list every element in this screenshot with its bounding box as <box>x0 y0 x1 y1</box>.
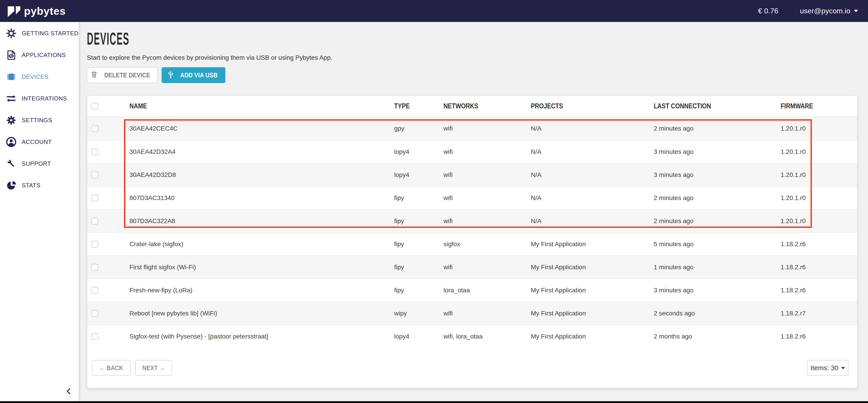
row-checkbox[interactable] <box>91 172 98 178</box>
row-checkbox[interactable] <box>91 149 98 155</box>
device-firmware-cell: 1.18.2.r7 <box>781 310 857 317</box>
toolbar: DELETE DEVICE ADD VIA USB <box>87 67 858 83</box>
swap-arrows-icon <box>5 93 17 104</box>
delete-device-button[interactable]: DELETE DEVICE <box>87 67 157 83</box>
select-all-checkbox[interactable] <box>91 103 98 110</box>
row-checkbox[interactable] <box>91 195 98 202</box>
device-networks-cell: sigfox <box>443 241 531 248</box>
table-row[interactable]: 807D3AC31340 fipy wifi N/A 2 minutes ago… <box>87 186 857 209</box>
table-row[interactable]: 30AEA42D32D8 lopy4 wifi N/A 3 minutes ag… <box>87 163 857 186</box>
table-row[interactable]: Sigfox-test (with Pysense) - [pastoor pe… <box>87 325 857 348</box>
device-type-cell: fipy <box>394 241 443 248</box>
device-last-connection-cell: 2 minutes ago <box>654 194 781 202</box>
column-header-name: NAME <box>129 102 147 110</box>
table-row[interactable]: Crater-lake (sigfox) fipy sigfox My Firs… <box>87 232 857 255</box>
sidebar-item-label: GETTING STARTED <box>22 30 79 37</box>
device-type-cell: fipy <box>394 217 443 225</box>
sidebar-item-account[interactable]: ACCOUNT <box>0 131 79 153</box>
sidebar-item-settings[interactable]: SETTINGS <box>0 109 79 131</box>
device-networks-cell: wifi <box>443 171 531 179</box>
row-checkbox[interactable] <box>91 264 98 271</box>
device-last-connection-cell: 2 seconds ago <box>654 310 781 317</box>
device-type-cell: fipy <box>394 287 443 294</box>
top-bar: pybytes € 0.76 user@pycom.io <box>0 0 868 22</box>
sidebar-item-getting-started[interactable]: GETTING STARTED <box>0 22 79 44</box>
account-balance: € 0.76 <box>758 7 778 15</box>
logo-text: pybytes <box>24 5 66 17</box>
device-firmware-cell: 1.18.2.r6 <box>781 287 857 294</box>
next-button[interactable]: NEXT → <box>135 360 172 376</box>
table-row[interactable]: 807D3AC322A8 fipy wifi N/A 2 minutes ago… <box>87 209 857 232</box>
device-name-cell: 807D3AC322A8 <box>124 217 394 225</box>
table-row[interactable]: First flight sigfox (Wi-Fi) fipy wifi My… <box>87 255 857 279</box>
device-type-cell: lopy4 <box>394 171 443 179</box>
device-projects-cell: My First Application <box>531 333 654 340</box>
device-last-connection-cell: 2 minutes ago <box>654 125 781 132</box>
column-header-type: TYPE <box>394 102 410 110</box>
user-email: user@pycom.io <box>800 7 850 15</box>
sidebar: GETTING STARTED APPLICATIONS <box>0 22 79 401</box>
chevron-down-icon <box>854 10 858 12</box>
sidebar-item-label: STATS <box>22 182 40 189</box>
device-type-cell: wipy <box>394 310 443 317</box>
device-networks-cell: wifi <box>443 194 531 202</box>
table-row[interactable]: Reboot [new pybytes lib] (WiFi) wipy wif… <box>87 302 857 325</box>
items-per-page-dropdown[interactable]: Items: 30 <box>807 360 848 376</box>
row-checkbox[interactable] <box>91 218 98 224</box>
device-firmware-cell: 1.18.2.r6 <box>781 264 857 271</box>
device-type-cell: lopy4 <box>394 148 443 155</box>
add-via-usb-button[interactable]: ADD VIA USB <box>161 67 225 83</box>
device-name-cell: First flight sigfox (Wi-Fi) <box>124 264 394 271</box>
table-row[interactable]: 30AEA42CEC4C gpy wifi N/A 2 minutes ago … <box>87 117 857 140</box>
user-menu[interactable]: user@pycom.io <box>800 7 858 15</box>
device-name-cell: Reboot [new pybytes lib] (WiFi) <box>124 310 394 317</box>
sidebar-collapse-button[interactable] <box>65 387 73 396</box>
device-last-connection-cell: 1 minutes ago <box>654 264 781 271</box>
row-checkbox[interactable] <box>91 241 98 248</box>
sun-burst-icon <box>5 28 17 39</box>
column-header-networks: NETWORKS <box>443 102 478 110</box>
device-last-connection-cell: 3 minutes ago <box>654 171 781 179</box>
column-header-last-connection: LAST CONNECTION <box>654 102 711 110</box>
device-networks-cell: wifi, lora_otaa <box>443 333 531 340</box>
column-header-projects: PROJECTS <box>531 102 563 110</box>
table-row[interactable]: Fresh-new-fipy (LoRa) fipy lora_otaa My … <box>87 279 857 302</box>
device-networks-cell: wifi <box>443 310 531 317</box>
device-name-cell: 807D3AC31340 <box>124 194 394 202</box>
table-row[interactable]: 30AEA42D32A4 lopy4 wifi N/A 3 minutes ag… <box>87 140 857 163</box>
device-firmware-cell: 1.20.1.r0 <box>781 125 857 132</box>
device-firmware-cell: 1.20.1.r0 <box>781 171 857 179</box>
sidebar-item-label: INTEGRATIONS <box>22 95 67 102</box>
sidebar-item-label: APPLICATIONS <box>22 52 66 59</box>
device-name-cell: 30AEA42D32A4 <box>124 148 394 155</box>
device-name-cell: Crater-lake (sigfox) <box>124 241 394 248</box>
pycom-flags-icon <box>8 6 20 17</box>
device-networks-cell: lora_otaa <box>443 287 531 294</box>
device-last-connection-cell: 2 months ago <box>654 333 781 340</box>
sidebar-item-integrations[interactable]: INTEGRATIONS <box>0 88 79 109</box>
device-networks-cell: wifi <box>443 217 531 225</box>
device-firmware-cell: 1.20.1.r0 <box>781 148 857 155</box>
page-subtitle: Start to explore the Pycom devices by pr… <box>87 54 858 61</box>
row-checkbox[interactable] <box>91 125 98 132</box>
device-last-connection-cell: 3 minutes ago <box>654 148 781 155</box>
row-checkbox[interactable] <box>91 333 98 340</box>
back-button[interactable]: ← BACK <box>92 360 130 376</box>
gear-icon <box>5 115 17 126</box>
sidebar-item-applications[interactable]: APPLICATIONS <box>0 44 79 66</box>
device-projects-cell: My First Application <box>531 310 654 317</box>
sidebar-item-devices[interactable]: DEVICES <box>0 66 79 88</box>
sidebar-item-stats[interactable]: STATS <box>0 175 79 196</box>
wrench-icon <box>5 158 17 169</box>
sidebar-item-support[interactable]: SUPPORT <box>0 153 79 175</box>
device-projects-cell: N/A <box>531 194 654 202</box>
chevron-down-icon <box>841 367 845 369</box>
device-projects-cell: N/A <box>531 125 654 132</box>
row-checkbox[interactable] <box>91 287 98 294</box>
device-name-cell: 30AEA42CEC4C <box>124 125 394 132</box>
table-header-row: NAME TYPE NETWORKS PROJECTS LAST CONNECT… <box>87 96 857 117</box>
device-type-cell: lopy4 <box>394 333 443 340</box>
row-checkbox[interactable] <box>91 310 98 317</box>
person-circle-icon <box>5 137 17 147</box>
device-networks-cell: wifi <box>443 264 531 271</box>
